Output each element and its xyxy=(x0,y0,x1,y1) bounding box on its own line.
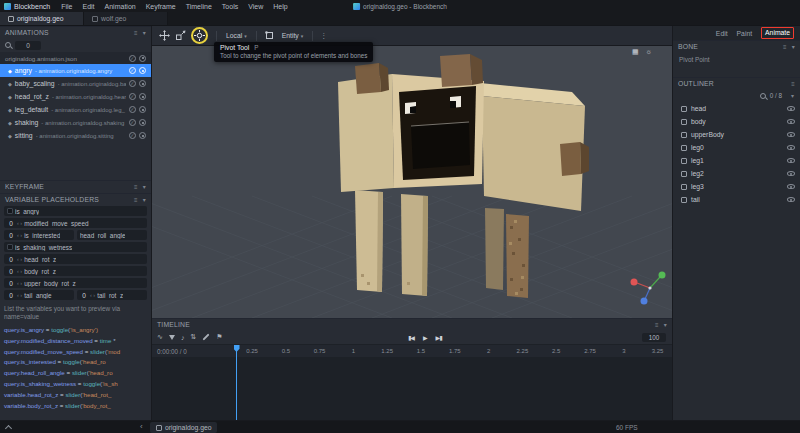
timeline-ruler[interactable]: 0:00:00 / 0 0.250.50.7511.251.51.7522.25… xyxy=(152,345,672,358)
code-line[interactable]: variable.body_rot_z = slider('body_rot_ xyxy=(4,401,147,412)
timeline-zoom[interactable]: 100 xyxy=(642,333,666,342)
sound-icon[interactable]: ♪ xyxy=(181,334,185,341)
outliner-item-leg0[interactable]: leg0 xyxy=(673,141,800,154)
visibility-eye-icon[interactable] xyxy=(787,106,795,111)
menu-icon[interactable]: ≡ xyxy=(134,184,138,190)
mode-paint[interactable]: Paint xyxy=(737,30,753,37)
collapse-icon[interactable]: ▾ xyxy=(792,43,795,50)
variable-toggle[interactable]: is_angry xyxy=(4,206,147,216)
variable-slider[interactable]: 0‹ ›tail_rot_z xyxy=(77,290,147,300)
jump-start-icon[interactable]: ▮◀ xyxy=(408,334,414,341)
animation-file-row[interactable]: originaldog.animation.json ✓ xyxy=(0,52,151,64)
visibility-eye-icon[interactable] xyxy=(787,184,795,189)
menu-icon[interactable]: ≡ xyxy=(134,30,138,36)
outliner-item-leg1[interactable]: leg1 xyxy=(673,154,800,167)
outliner-search[interactable]: 0 / 8 ▾ xyxy=(673,89,800,102)
radio-circle-icon[interactable] xyxy=(139,119,146,126)
outliner-item-upperBody[interactable]: upperBody xyxy=(673,128,800,141)
variable-slider[interactable]: 0‹ ›tail_angle xyxy=(4,290,74,300)
code-line[interactable]: query.head_roll_angle = slider('head_ro xyxy=(4,368,147,379)
overflow-menu-icon[interactable]: ⋮ xyxy=(320,32,327,40)
rotation-space-dropdown[interactable]: Entity ▾ xyxy=(280,32,306,39)
menu-file[interactable]: File xyxy=(56,3,77,10)
back-icon[interactable]: ‹ xyxy=(140,422,143,431)
stepper-icon[interactable]: ‹ › xyxy=(17,280,22,286)
checkbox-icon[interactable] xyxy=(7,208,13,214)
stepper-icon[interactable]: ‹ › xyxy=(90,292,95,298)
play-icon[interactable]: ▶ xyxy=(423,334,427,341)
collapse-icon[interactable]: ▾ xyxy=(143,196,146,203)
collapse-icon[interactable]: ▾ xyxy=(143,183,146,190)
code-line[interactable]: query.is_interested = toggle('head_ro xyxy=(4,357,147,368)
variable-button[interactable]: head_roll_angle xyxy=(77,230,147,240)
menu-help[interactable]: Help xyxy=(268,3,292,10)
animation-item-shaking[interactable]: ◆shaking- animation.originaldog.shaking✓ xyxy=(0,116,151,129)
menu-animation[interactable]: Animation xyxy=(100,3,141,10)
menu-icon[interactable]: ≡ xyxy=(783,44,787,50)
stepper-icon[interactable]: ‹ › xyxy=(17,292,22,298)
checkbox-icon[interactable] xyxy=(7,244,13,250)
visibility-eye-icon[interactable] xyxy=(787,132,795,137)
variable-toggle[interactable]: is_shaking_wetness xyxy=(4,242,147,252)
menu-icon[interactable]: ≡ xyxy=(134,197,138,203)
viewport-3d[interactable]: ▦ ☼ xyxy=(152,46,672,318)
code-line[interactable]: query.modified_distance_moved = time * xyxy=(4,336,147,347)
molang-code-editor[interactable]: query.is_angry = toggle('is_angry')query… xyxy=(0,323,151,413)
radio-circle-icon[interactable] xyxy=(139,67,146,74)
variable-slider[interactable]: 0‹ ›body_rot_z xyxy=(4,266,147,276)
radio-circle-icon[interactable] xyxy=(139,80,146,87)
variable-slider[interactable]: 0‹ ›modified_move_speed xyxy=(4,218,147,228)
animation-item-baby_scaling[interactable]: ◆baby_scaling- animation.originaldog.ba✓ xyxy=(0,77,151,90)
filter-icon[interactable] xyxy=(169,335,175,340)
timeline-header[interactable]: TIMELINE ≡ ▾ xyxy=(152,318,672,330)
menu-icon[interactable]: ≡ xyxy=(791,81,795,87)
collapse-icon[interactable]: ▾ xyxy=(143,29,146,36)
timeline-tracks[interactable] xyxy=(152,358,672,420)
snap-tool-icon[interactable] xyxy=(264,30,276,42)
check-circle-icon[interactable]: ✓ xyxy=(129,93,136,100)
check-circle-icon[interactable]: ✓ xyxy=(129,119,136,126)
variable-slider[interactable]: 0‹ ›upper_body_rot_z xyxy=(4,278,147,288)
keyframe-panel-header[interactable]: KEYFRAME ≡ ▾ xyxy=(0,180,151,192)
animation-item-sitting[interactable]: ◆sitting- animation.originaldog.sitting✓ xyxy=(0,129,151,142)
visibility-eye-icon[interactable] xyxy=(787,197,795,202)
outliner-item-leg3[interactable]: leg3 xyxy=(673,180,800,193)
check-circle-icon[interactable]: ✓ xyxy=(129,132,136,139)
variable-slider[interactable]: 0‹ ›is_interested xyxy=(4,230,74,240)
lighting-icon[interactable]: ☼ xyxy=(646,48,652,56)
visibility-eye-icon[interactable] xyxy=(787,158,795,163)
playhead[interactable] xyxy=(236,345,237,420)
blockbench-logo[interactable]: Blockbench xyxy=(0,3,56,10)
search-icon[interactable] xyxy=(760,93,766,99)
bone-panel-header[interactable]: BONE ≡ ▾ xyxy=(673,40,800,52)
animation-item-angry[interactable]: ◆angry- animation.originaldog.angry✓ xyxy=(0,64,151,77)
visibility-eye-icon[interactable] xyxy=(787,119,795,124)
radio-circle-icon[interactable] xyxy=(139,55,146,62)
code-line[interactable]: variable.head_rot_z = slider('head_rot_ xyxy=(4,390,147,401)
check-circle-icon[interactable]: ✓ xyxy=(129,67,136,74)
visibility-eye-icon[interactable] xyxy=(787,145,795,150)
stepper-icon[interactable]: ‹ › xyxy=(17,220,22,226)
status-file[interactable]: originaldog.geo xyxy=(150,422,217,433)
outliner-item-head[interactable]: head xyxy=(673,102,800,115)
visibility-eye-icon[interactable] xyxy=(787,171,795,176)
code-line[interactable]: query.modified_move_speed = slider('mod xyxy=(4,347,147,358)
edit-icon[interactable] xyxy=(203,333,210,340)
outliner-panel-header[interactable]: OUTLINER ≡ xyxy=(673,77,800,89)
mode-animate[interactable]: Animate xyxy=(761,27,794,39)
mode-edit[interactable]: Edit xyxy=(716,30,728,37)
menu-timeline[interactable]: Timeline xyxy=(181,3,217,10)
radio-circle-icon[interactable] xyxy=(139,93,146,100)
check-circle-icon[interactable]: ✓ xyxy=(129,80,136,87)
menu-keyframe[interactable]: Keyframe xyxy=(141,3,181,10)
menu-icon[interactable]: ≡ xyxy=(655,322,659,328)
check-circle-icon[interactable]: ✓ xyxy=(129,106,136,113)
menu-tools[interactable]: Tools xyxy=(217,3,243,10)
tab-wolf.geo[interactable]: wolf.geo xyxy=(84,12,168,25)
collapse-icon[interactable]: ▾ xyxy=(791,92,794,99)
outliner-item-tail[interactable]: tail xyxy=(673,193,800,206)
camera-angle-icon[interactable]: ▦ xyxy=(632,48,639,56)
menu-view[interactable]: View xyxy=(243,3,268,10)
viewport-canvas[interactable] xyxy=(152,46,672,318)
code-line[interactable]: query.is_angry = toggle('is_angry') xyxy=(4,325,147,336)
